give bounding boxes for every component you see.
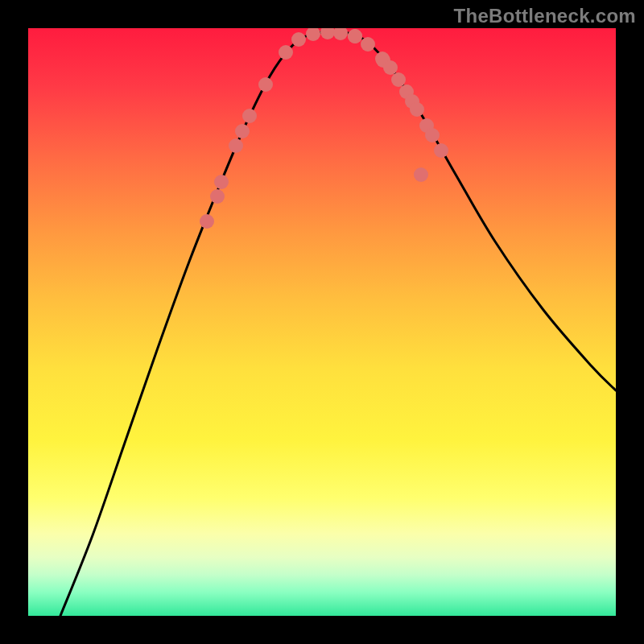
curve-dot [214,175,229,189]
curve-dot [414,167,428,182]
curve-dot [210,189,225,204]
curve-dot [258,77,273,92]
curve-dot [291,32,306,47]
curve-dot [410,102,424,117]
bottleneck-curve-path [60,31,616,616]
curve-dot [229,138,243,153]
curve-dot [391,72,406,87]
curve-dot [333,28,348,40]
bottleneck-curve [60,31,616,616]
curve-dot [235,124,250,138]
curve-dot [434,143,448,158]
chart-frame [28,28,616,616]
curve-dot [242,109,257,123]
bottleneck-curve-layer [28,28,616,616]
curve-dots [200,28,448,229]
watermark-text: TheBottleneck.com [454,5,636,27]
curve-dot [306,28,320,41]
curve-dot [425,128,440,142]
curve-dot [279,45,293,60]
curve-dot [320,28,335,39]
curve-dot [361,37,375,52]
curve-dot [383,60,398,75]
curve-dot [348,29,362,43]
curve-dot [200,214,214,229]
